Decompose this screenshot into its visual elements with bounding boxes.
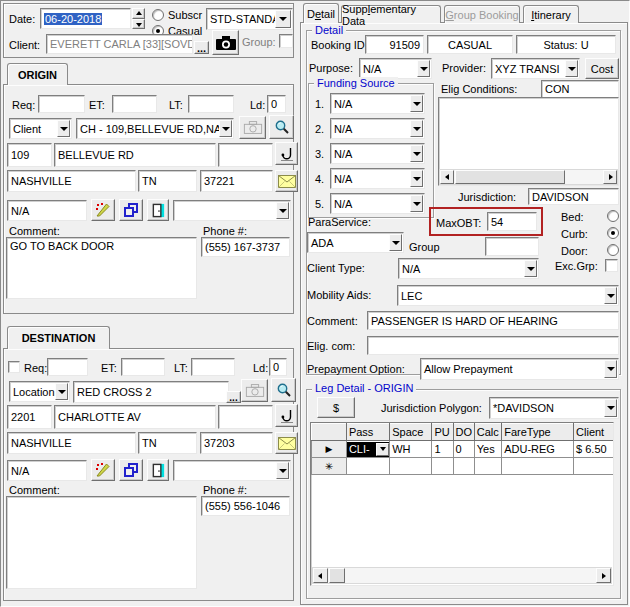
tab-supplementary-data[interactable]: Supplementary Data	[341, 5, 441, 23]
prepayment-select[interactable]: Allow Prepayment	[420, 358, 619, 380]
funding-4-select[interactable]: N/A	[330, 168, 425, 189]
destination-state-input[interactable]: TN	[138, 432, 197, 454]
chevron-down-icon[interactable]	[410, 95, 423, 112]
destination-copy-address-button[interactable]	[119, 459, 143, 481]
destination-req-input[interactable]	[47, 358, 88, 376]
chevron-down-icon[interactable]	[410, 120, 423, 137]
funding-1-select[interactable]: N/A	[330, 93, 425, 114]
pu-cell[interactable]: 1	[432, 441, 453, 458]
tab-detail[interactable]: Detail	[303, 3, 339, 23]
chevron-down-icon[interactable]	[604, 287, 617, 304]
origin-zone-input[interactable]: N/A	[7, 200, 87, 221]
destination-req-checkbox[interactable]	[8, 361, 20, 373]
destination-city-input[interactable]: NASHVILLE	[7, 432, 136, 454]
origin-swap-address-button[interactable]	[275, 142, 298, 165]
scroll-right-arrow[interactable]	[596, 568, 611, 583]
funding-5-select[interactable]: N/A	[330, 193, 425, 214]
camera-button[interactable]	[212, 30, 239, 55]
fare-grid-row[interactable]: ▶ CLI- WH 1 0 Yes ADU-REG $ 6.50 $ 0	[312, 441, 615, 458]
destination-comment-textarea[interactable]	[6, 496, 197, 589]
bed-radio[interactable]	[607, 210, 619, 222]
maxobt-input[interactable]: 54	[487, 212, 537, 231]
new-row-icon[interactable]: ✳	[312, 458, 347, 475]
client-fare-cell[interactable]: $ 6.50	[574, 441, 614, 458]
curb-radio[interactable]	[607, 227, 619, 239]
do-cell[interactable]: 0	[453, 441, 474, 458]
origin-address-combo[interactable]: CH - 109,BELLEVUE RD,NA	[76, 118, 234, 139]
destination-geocode-button[interactable]	[91, 459, 115, 481]
fare-grid[interactable]: Pass Space PU DO Calc FareType Client FS…	[311, 423, 614, 475]
subscr-radio[interactable]	[152, 9, 164, 21]
destination-landmark-select[interactable]	[173, 460, 291, 481]
pass-cell[interactable]: CLI-	[347, 442, 389, 457]
client-input[interactable]: EVERETT CARLA [33][SOVD0	[46, 34, 193, 54]
provider-select[interactable]: XYZ TRANSI	[491, 58, 580, 79]
space-cell[interactable]: WH	[390, 441, 432, 458]
door-radio[interactable]	[607, 244, 619, 256]
destination-ellipsis-button[interactable]: ...	[226, 391, 241, 403]
date-spinner-up[interactable]	[132, 8, 145, 19]
chevron-down-icon[interactable]	[410, 195, 423, 212]
destination-mail-button[interactable]	[275, 432, 298, 454]
tab-itinerary[interactable]: Itinerary	[523, 5, 579, 23]
destination-ld-input[interactable]: 0	[269, 358, 287, 376]
destination-lt-input[interactable]	[191, 358, 235, 376]
origin-mail-button[interactable]	[275, 170, 298, 192]
funding-2-select[interactable]: N/A	[330, 118, 425, 139]
destination-address-type-select[interactable]: Location	[9, 381, 70, 402]
destination-apt-input[interactable]	[218, 405, 273, 429]
row-selector-icon[interactable]: ▶	[312, 441, 347, 458]
purpose-select[interactable]: N/A	[359, 58, 432, 79]
origin-copy-address-button[interactable]	[119, 199, 143, 221]
origin-comment-textarea[interactable]: GO TO BACK DOOR	[6, 237, 197, 299]
origin-street-name-input[interactable]: BELLEVUE RD	[54, 143, 216, 167]
funding-3-select[interactable]: N/A	[330, 143, 425, 164]
paraservice-select[interactable]: ADA	[307, 232, 404, 253]
chevron-down-icon[interactable]	[376, 443, 389, 456]
cost-button[interactable]: Cost	[585, 58, 619, 79]
destination-door-button[interactable]	[147, 459, 169, 481]
chevron-down-icon[interactable]	[219, 120, 232, 137]
chevron-down-icon[interactable]	[57, 120, 70, 137]
elig-com-input[interactable]	[367, 336, 619, 355]
origin-et-input[interactable]	[112, 95, 157, 113]
scroll-thumb[interactable]	[455, 170, 565, 184]
group-input[interactable]	[485, 237, 539, 256]
destination-location-input[interactable]: RED CROSS 2	[73, 381, 229, 403]
detail-comment-input[interactable]: PASSENGER IS HARD OF HEARING	[367, 311, 619, 330]
chevron-down-icon[interactable]	[410, 145, 423, 162]
scroll-left-arrow[interactable]	[440, 170, 454, 184]
client-ellipsis-button[interactable]: ...	[194, 41, 209, 54]
chevron-down-icon[interactable]	[604, 399, 617, 417]
client-type-select[interactable]: N/A	[398, 258, 539, 279]
destination-phone-input[interactable]: (555) 556-1046	[201, 496, 290, 516]
service-type-select[interactable]: STD-STANDA	[206, 8, 293, 30]
scroll-left-arrow[interactable]	[313, 568, 328, 583]
fare-dollar-button[interactable]: $	[317, 397, 355, 418]
destination-search-button[interactable]	[271, 378, 296, 402]
chevron-down-icon[interactable]	[604, 360, 617, 378]
group-checkbox[interactable]	[279, 34, 293, 48]
destination-zip-input[interactable]: 37203	[200, 432, 273, 454]
origin-search-button[interactable]	[269, 115, 294, 139]
chevron-down-icon[interactable]	[55, 383, 68, 400]
destination-et-input[interactable]	[121, 358, 165, 376]
fare-grid-hscrollbar[interactable]	[312, 567, 612, 584]
origin-apt-input[interactable]	[218, 143, 273, 167]
origin-city-input[interactable]: NASHVILLE	[7, 170, 136, 192]
calc-cell[interactable]: Yes	[474, 441, 501, 458]
chevron-down-icon[interactable]	[276, 462, 289, 479]
chevron-down-icon[interactable]	[565, 60, 578, 77]
destination-street-number-input[interactable]: 2201	[7, 405, 52, 429]
origin-landmark-select[interactable]	[173, 200, 291, 221]
chevron-down-icon[interactable]	[417, 60, 430, 77]
destination-swap-address-button[interactable]	[275, 404, 298, 427]
origin-geocode-button[interactable]	[91, 199, 115, 221]
chevron-down-icon[interactable]	[389, 234, 402, 251]
origin-lt-input[interactable]	[188, 95, 234, 113]
origin-door-button[interactable]	[147, 199, 169, 221]
chevron-down-icon[interactable]	[276, 202, 289, 219]
jurisdiction-polygon-select[interactable]: *DAVIDSON	[489, 397, 619, 419]
destination-street-name-input[interactable]: CHARLOTTE AV	[54, 405, 216, 429]
origin-phone-input[interactable]: (555) 167-3737	[201, 237, 290, 257]
